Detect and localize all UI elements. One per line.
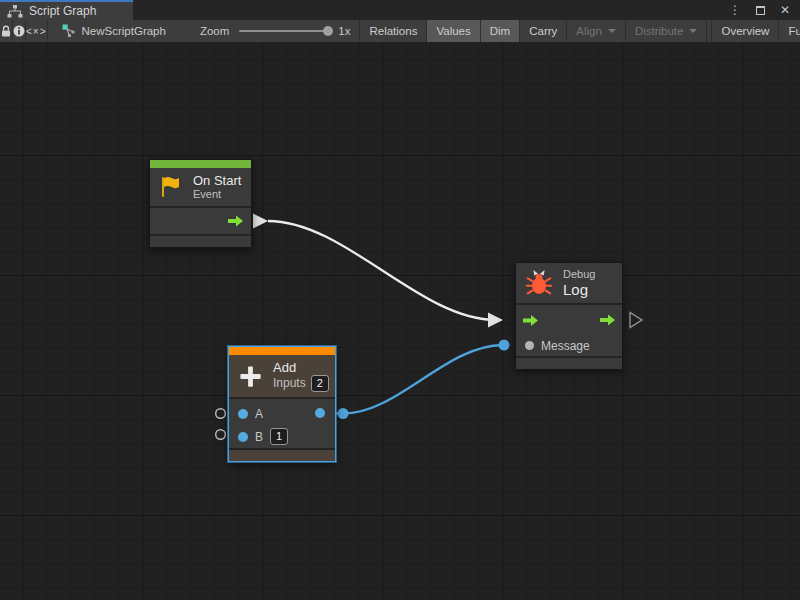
value-wire-add-to-message[interactable]: [321, 345, 503, 414]
toolbar-buttons: Relations Values Dim Carry Align Distrib…: [359, 20, 800, 43]
port-b-value-field[interactable]: 1: [270, 428, 288, 445]
node-subtitle: Event: [193, 188, 241, 201]
code-preview-button[interactable]: <×>: [26, 20, 48, 43]
inputs-label: Inputs: [273, 377, 306, 390]
relations-button[interactable]: Relations: [360, 20, 427, 43]
port-b-label: B: [255, 430, 263, 444]
node-title: Log: [563, 281, 595, 298]
wire-start-arrow-icon: [253, 214, 268, 229]
zoom-value: 1x: [338, 25, 350, 37]
bug-icon: [524, 268, 554, 298]
script-graph-window: Script Graph ⋮ ✕ <×>: [0, 0, 800, 600]
zoom-slider[interactable]: [239, 30, 331, 32]
plus-icon: [237, 363, 264, 390]
carry-button[interactable]: Carry: [520, 20, 567, 43]
window-controls: ⋮ ✕: [729, 0, 800, 20]
unconnected-port-hint-b-icon[interactable]: [216, 430, 226, 440]
dropdown-arrow-icon: [689, 29, 697, 33]
info-button[interactable]: [13, 20, 26, 43]
graph-hierarchy-icon: [7, 5, 23, 18]
dim-button[interactable]: Dim: [481, 20, 520, 43]
kebab-menu-icon[interactable]: ⋮: [729, 0, 741, 20]
message-input-port[interactable]: [525, 341, 534, 350]
distribute-dropdown[interactable]: Distribute: [626, 20, 708, 43]
node-title: Add: [273, 360, 329, 375]
unconnected-port-hint-a-icon[interactable]: [216, 409, 226, 419]
graph-toolbar: <×> NewScriptGraph Zoom 1x Relations Val…: [0, 20, 800, 43]
node-footer: [516, 358, 622, 369]
lock-button[interactable]: [0, 20, 13, 43]
event-color-strip: [150, 160, 251, 168]
flow-input-port-icon[interactable]: [522, 314, 539, 327]
maximize-icon[interactable]: [756, 6, 765, 15]
message-port-label: Message: [541, 339, 590, 353]
wire-layer: [0, 43, 800, 600]
port-b-input[interactable]: [238, 432, 248, 442]
values-button[interactable]: Values: [427, 20, 480, 43]
node-footer: [229, 450, 335, 461]
info-icon: [13, 25, 25, 37]
port-a-label: A: [255, 407, 263, 421]
title-bar: Script Graph ⋮ ✕: [0, 0, 800, 20]
tab-script-graph[interactable]: Script Graph: [0, 0, 133, 20]
script-graph-asset-icon: [62, 24, 76, 38]
zoom-control: Zoom 1x: [200, 25, 360, 37]
wire-end-dot-icon: [499, 340, 510, 351]
tab-label: Script Graph: [29, 4, 96, 18]
lock-icon: [0, 25, 12, 38]
zoom-label: Zoom: [200, 25, 229, 37]
close-icon[interactable]: ✕: [780, 0, 790, 20]
node-title: On Start: [193, 173, 241, 188]
dropdown-arrow-icon: [608, 29, 616, 33]
math-color-strip: [229, 347, 335, 355]
node-on-start-event[interactable]: On Start Event: [149, 159, 252, 248]
graph-reference[interactable]: NewScriptGraph: [62, 24, 166, 38]
overview-button[interactable]: Overview: [711, 20, 779, 43]
port-a-input[interactable]: [238, 409, 248, 419]
flow-output-port-icon[interactable]: [227, 215, 244, 228]
node-debug-log[interactable]: Debug Log Message: [515, 262, 623, 369]
flag-icon: [158, 174, 184, 200]
wire-start-dot-icon: [338, 408, 349, 419]
control-wire-onstart-to-log[interactable]: [268, 221, 496, 320]
inputs-count-field[interactable]: 2: [311, 375, 329, 392]
wire-end-arrow-icon: [488, 313, 503, 328]
graph-canvas[interactable]: On Start Event: [0, 43, 800, 600]
align-dropdown[interactable]: Align: [567, 20, 626, 43]
flow-output-port-icon[interactable]: [599, 314, 616, 327]
node-add[interactable]: Add Inputs 2 A B 1: [228, 346, 336, 462]
graph-name-label: NewScriptGraph: [82, 25, 166, 37]
flow-continuation-hint-icon[interactable]: [630, 313, 642, 328]
full-screen-button[interactable]: Full Screen: [779, 20, 800, 43]
sum-output-port[interactable]: [315, 408, 325, 418]
node-footer: [150, 236, 251, 247]
zoom-slider-handle[interactable]: [323, 26, 333, 36]
node-category: Debug: [563, 268, 595, 281]
